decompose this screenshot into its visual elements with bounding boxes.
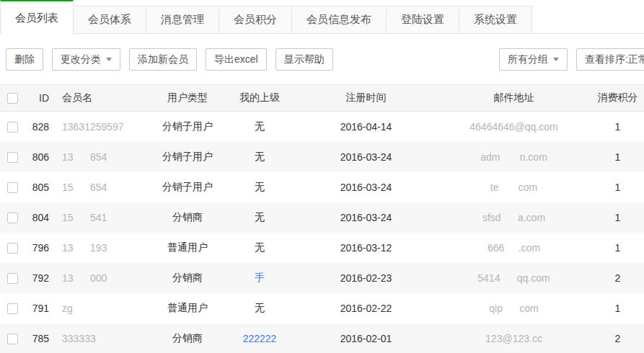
- cell-score: 1: [615, 212, 621, 223]
- select-all-checkbox[interactable]: [7, 93, 18, 104]
- cell-usertype: 分销子用户: [162, 120, 213, 132]
- cell-id: 804: [32, 212, 49, 223]
- tab-登陆设置[interactable]: 登陆设置: [387, 6, 459, 33]
- cell-regtime: 2016-02-01: [340, 333, 392, 344]
- cell-regtime: 2016-03-24: [340, 182, 392, 193]
- column-header-name: 会员名: [58, 85, 151, 112]
- row-checkbox[interactable]: [7, 152, 18, 163]
- table-row: 82813631259597分销子用户无2016-04-1446464646@q…: [0, 112, 644, 142]
- column-header-score: 消费积分: [591, 85, 644, 112]
- cell-superior: 手: [224, 263, 296, 293]
- row-checkbox[interactable]: [7, 303, 18, 314]
- cell-username: 333333: [62, 333, 96, 344]
- cell-score: 1: [615, 151, 621, 163]
- cell-regtime: 2016-03-24: [340, 151, 392, 163]
- cell-email: te com: [490, 182, 537, 193]
- all-groups-label: 所有分组: [508, 53, 548, 66]
- cell-superior: 无: [224, 202, 296, 233]
- cell-checkbox: [0, 233, 26, 263]
- cell-usertype: 分销子用户: [151, 142, 224, 172]
- cell-regtime: 2016-03-24: [296, 172, 436, 202]
- tab-系统设置[interactable]: 系统设置: [459, 6, 532, 33]
- cell-checkbox: [0, 112, 26, 142]
- cell-id: 785: [32, 333, 49, 344]
- cell-id: 828: [26, 112, 58, 142]
- cell-regtime: 2016-02-01: [296, 323, 436, 353]
- cell-checkbox: [0, 323, 26, 353]
- cell-superior: 无: [255, 181, 265, 192]
- table-row: 80515 654分销子用户无2016-03-24te com1: [0, 172, 644, 202]
- cell-superior: 无: [224, 233, 296, 263]
- cell-regtime: 2016-03-12: [340, 242, 392, 254]
- tab-会员体系[interactable]: 会员体系: [74, 6, 146, 33]
- members-table: ID 会员名 用户类型 我的上级 注册时间 邮件地址 消费积分 82813631…: [0, 84, 644, 353]
- cell-regtime: 2016-02-23: [296, 263, 436, 293]
- cell-id: 805: [32, 182, 49, 193]
- cell-email: te com: [436, 172, 591, 202]
- tab-bar: 会员列表会员体系消息管理会员积分会员信息发布登陆设置系统设置: [0, 0, 644, 34]
- cell-checkbox: [0, 202, 26, 233]
- cell-superior-link[interactable]: 手: [255, 272, 265, 283]
- cell-score: 1: [591, 112, 644, 142]
- cell-regtime: 2016-03-24: [340, 212, 392, 223]
- row-checkbox[interactable]: [7, 122, 18, 133]
- chevron-down-icon: [106, 58, 112, 61]
- row-checkbox[interactable]: [7, 182, 18, 193]
- tab-会员积分[interactable]: 会员积分: [219, 6, 292, 33]
- cell-id: 796: [32, 242, 49, 254]
- cell-usertype: 分销子用户: [151, 172, 224, 202]
- cell-superior: 无: [255, 120, 265, 132]
- cell-score: 1: [591, 233, 644, 263]
- cell-email: sfsd a.com: [436, 202, 591, 233]
- cell-email: 123@123.cc: [485, 333, 542, 344]
- sort-order-label: 查看排序:正常排序: [585, 53, 644, 66]
- row-checkbox[interactable]: [7, 213, 18, 223]
- row-checkbox[interactable]: [7, 243, 18, 254]
- show-help-label: 显示帮助: [284, 53, 325, 66]
- cell-score: 1: [591, 172, 644, 202]
- cell-regtime: 2016-02-22: [340, 303, 392, 314]
- cell-score: 2: [591, 323, 644, 353]
- cell-username: 15 541: [62, 212, 107, 223]
- tab-会员信息发布[interactable]: 会员信息发布: [292, 6, 387, 33]
- cell-email: adm n.com: [480, 151, 547, 163]
- cell-email: 123@123.cc: [436, 323, 591, 353]
- add-member-button[interactable]: 添加新会员: [129, 48, 197, 71]
- all-groups-dropdown[interactable]: 所有分组: [499, 48, 568, 71]
- column-header-email: 邮件地址: [436, 85, 591, 112]
- cell-username: 13 193: [62, 242, 107, 254]
- cell-username: 13 854: [62, 151, 107, 163]
- export-excel-button[interactable]: 导出excel: [206, 48, 267, 71]
- sort-order-button[interactable]: 查看排序:正常排序: [576, 48, 644, 71]
- show-help-button[interactable]: 显示帮助: [275, 48, 333, 71]
- cell-score: 1: [591, 202, 644, 233]
- cell-email: qip com: [436, 293, 591, 323]
- cell-score: 1: [591, 293, 644, 323]
- delete-button[interactable]: 删除: [6, 48, 43, 71]
- cell-superior: 无: [255, 302, 265, 313]
- cell-email: 5414 qq.com: [436, 263, 591, 293]
- table-header-row: ID 会员名 用户类型 我的上级 注册时间 邮件地址 消费积分: [0, 85, 644, 112]
- column-header-regtime: 注册时间: [296, 85, 436, 112]
- cell-regtime: 2016-03-24: [296, 202, 436, 233]
- table-row: 80415 541分销商无2016-03-24sfsd a.com1: [0, 202, 644, 233]
- cell-superior: 无: [224, 142, 296, 172]
- cell-usertype: 普通用户: [151, 233, 224, 263]
- column-header-type: 用户类型: [151, 85, 224, 112]
- cell-email: 666 .com: [436, 233, 591, 263]
- cell-superior: 无: [255, 211, 265, 223]
- add-member-label: 添加新会员: [138, 53, 188, 66]
- row-checkbox[interactable]: [7, 273, 18, 284]
- cell-usertype: 分销子用户: [151, 112, 224, 142]
- change-category-dropdown[interactable]: 更改分类: [52, 48, 120, 71]
- cell-username: 15 541: [58, 202, 151, 233]
- row-checkbox[interactable]: [7, 334, 18, 344]
- cell-usertype: 普通用户: [151, 293, 224, 323]
- export-excel-label: 导出excel: [214, 53, 258, 66]
- chevron-down-icon: [553, 58, 559, 61]
- cell-email: 46464646@qq.com: [469, 121, 557, 133]
- tab-会员列表[interactable]: 会员列表: [0, 0, 74, 34]
- table-row: 785333333分销商2222222016-02-01123@123.cc2: [0, 323, 644, 353]
- cell-superior-link[interactable]: 222222: [243, 333, 277, 344]
- tab-消息管理[interactable]: 消息管理: [146, 6, 219, 33]
